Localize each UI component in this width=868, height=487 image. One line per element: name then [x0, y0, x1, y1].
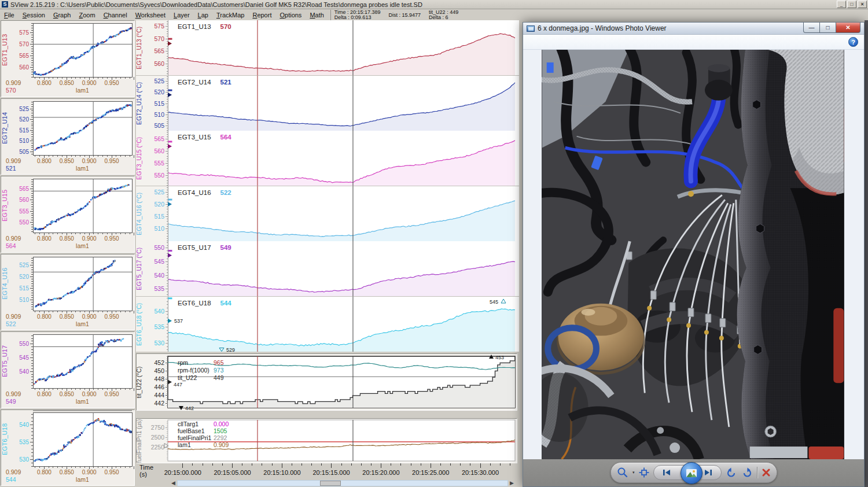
sview-restore-button[interactable]: □ — [847, 1, 856, 8]
plot-area[interactable] — [33, 334, 132, 388]
sview-close-button[interactable]: ✕ — [858, 1, 867, 8]
scrollbar-thumb[interactable] — [320, 481, 341, 486]
y-tick-label: 545 — [154, 258, 164, 265]
slideshow-button[interactable] — [681, 462, 703, 484]
pv-close-button[interactable]: ✕ — [836, 23, 860, 33]
menu-file[interactable]: File — [0, 10, 19, 20]
y-tick-label: 565 — [19, 53, 29, 59]
y-tick-label: 540 — [154, 307, 164, 314]
scatter-panel-EGT3_U15: 5505555605650.8000.8500.9000.950EGT3_U15… — [1, 176, 135, 253]
y-tick-label: 505 — [19, 148, 29, 154]
menu-report[interactable]: Report — [248, 10, 275, 20]
legend-value: 973 — [214, 367, 224, 374]
legend-value: 1505 — [214, 427, 227, 434]
y-tick-label: 555 — [19, 208, 29, 215]
x-tick-label: 0.950 — [105, 313, 119, 320]
left-marker-label: 447 — [174, 382, 182, 388]
x-tick-label: 0.900 — [82, 80, 97, 86]
time-tick-label: 20:15:10.000 — [263, 469, 300, 476]
sview-right-edge — [865, 20, 868, 487]
y-tick-label: 555 — [154, 160, 164, 167]
plot-area[interactable] — [33, 23, 132, 77]
photo-viewer-icon — [527, 25, 535, 32]
y-tick-label: 525 — [154, 78, 164, 84]
navigation-button-group — [653, 465, 722, 480]
x-tick-label: 0.850 — [60, 235, 74, 242]
menu-zoom[interactable]: Zoom — [75, 10, 99, 20]
status-col: tit_U22 : 449Delta : 6 — [429, 10, 458, 20]
y-tick-label: 510 — [19, 138, 29, 144]
value-dash — [168, 297, 172, 299]
menu-session[interactable]: Session — [19, 10, 49, 20]
zoom-icon[interactable] — [617, 467, 628, 478]
sview-minimize-button[interactable]: _ — [837, 1, 846, 8]
x-tick-label: 0.950 — [105, 80, 119, 86]
pv-maximize-button[interactable]: □ — [820, 23, 836, 33]
y-tick-label: 540 — [19, 368, 29, 375]
plot-area[interactable] — [33, 257, 132, 311]
ts-axis-label: EGT2_U14 (°C) — [136, 82, 142, 124]
y-tick-label: 510 — [154, 111, 164, 118]
scatter-chart-EGT6_U18: 5305355400.8000.8500.9000.950EGT6_U180.9… — [1, 410, 134, 485]
scatter-axis-label: EGT6_U18 — [1, 423, 8, 455]
y-tick-label: 530 — [19, 456, 29, 462]
horizontal-scrollbar[interactable] — [177, 480, 508, 486]
status-col: Time : 20:15:17.389Delta : 0:09.613 — [334, 10, 381, 20]
x-tick-label: 0.900 — [82, 235, 97, 242]
y-tick-label: 515 — [19, 127, 29, 133]
x-tick-label: 0.800 — [37, 158, 52, 164]
x-axis-label: lam1 — [76, 165, 89, 172]
menu-lap[interactable]: Lap — [194, 10, 212, 20]
rotate-ccw-icon[interactable] — [726, 467, 737, 478]
max-marker-label: 545 — [490, 299, 498, 305]
y-tick-label: 510 — [19, 297, 29, 303]
time-tick-label: 20:15:20.000 — [362, 469, 399, 476]
menu-options[interactable]: Options — [275, 10, 306, 20]
x-axis-label: lam1 — [76, 87, 89, 94]
cursor-x-value: 0.909 — [6, 468, 21, 475]
legend-label: rpm-f(1000) — [178, 367, 209, 374]
scatter-chart-EGT4_U16: 5105155205250.8000.8500.9000.950EGT4_U16… — [1, 254, 134, 330]
scrollbar-right-arrow[interactable]: ▶ — [510, 480, 514, 486]
y-tick-label: 448 — [154, 375, 164, 382]
menu-worksheet[interactable]: Worksheet — [131, 10, 170, 20]
cursor-x-value: 0.909 — [6, 313, 21, 320]
ts-axis-label: EGT5_U17 (°C) — [136, 248, 142, 290]
y-tick-label: 452 — [154, 359, 164, 366]
sview-app-icon: S — [2, 1, 8, 8]
menu-math[interactable]: Math — [306, 10, 328, 20]
menu-graph[interactable]: Graph — [49, 10, 75, 20]
cursor-x-value: 0.909 — [6, 235, 21, 242]
menu-layer[interactable]: Layer — [170, 10, 194, 20]
status-bottom: Delta : 0:09.613 — [334, 15, 381, 20]
menu-channel[interactable]: Channel — [100, 10, 131, 20]
actual-size-icon[interactable] — [639, 467, 649, 478]
x-tick-label: 0.950 — [105, 391, 119, 397]
zoom-dropdown-arrow-icon[interactable]: ▾ — [632, 470, 635, 475]
menu-trackmap[interactable]: TrackMap — [212, 10, 249, 20]
desktop-screen: S SView 2.15.219 : C:\Users\Public\Docum… — [0, 0, 868, 487]
toolbar-divider — [757, 467, 757, 478]
y-tick-label: 565 — [19, 186, 29, 192]
y-tick-label: 520 — [19, 116, 29, 123]
cursor-x-value: 0.909 — [6, 390, 21, 397]
x-tick-label: 0.900 — [82, 313, 97, 320]
scatter-chart-EGT2_U14: 5055105155205250.8000.8500.9000.950EGT2_… — [1, 99, 134, 174]
status-top: Dist : 15.9477 — [389, 13, 421, 18]
scrollbar-left-arrow[interactable]: ◀ — [171, 480, 175, 486]
help-icon[interactable]: ? — [848, 37, 858, 47]
y-tick-label: 530 — [154, 340, 164, 346]
rotate-cw-icon[interactable] — [741, 467, 753, 478]
y-tick-label: 505 — [154, 122, 164, 129]
cursor-x-value: 0.909 — [6, 79, 21, 86]
legend-label: lam1 — [178, 441, 191, 448]
time-tick-label: 20:15:00.000 — [164, 469, 201, 476]
y-tick-label: 446 — [154, 383, 164, 390]
delete-icon[interactable] — [762, 468, 771, 477]
x-tick-label: 0.850 — [60, 469, 74, 475]
engine-photo — [542, 50, 844, 459]
scatter-panel-EGT6_U18: 5305355400.8000.8500.9000.950EGT6_U180.9… — [1, 409, 135, 486]
previous-button[interactable] — [654, 466, 679, 479]
pv-minimize-button[interactable]: ― — [803, 23, 820, 33]
time-axis-unit: (s) — [139, 471, 147, 478]
